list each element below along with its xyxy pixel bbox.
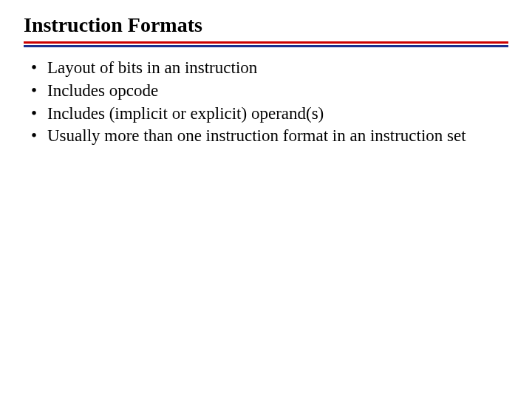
list-item-text: Usually more than one instruction format…: [47, 126, 508, 147]
bullet-icon: •: [30, 103, 47, 125]
list-item: • Layout of bits in an instruction: [30, 58, 508, 79]
list-item-text: Includes (implicit or explicit) operand(…: [47, 103, 508, 125]
bullet-icon: •: [30, 58, 47, 79]
list-item-text: Layout of bits in an instruction: [47, 58, 508, 79]
list-item: • Includes (implicit or explicit) operan…: [30, 103, 508, 125]
list-item-text: Includes opcode: [47, 81, 508, 102]
divider-blue-line: [24, 45, 508, 47]
bullet-icon: •: [30, 81, 47, 102]
list-item: • Usually more than one instruction form…: [30, 126, 508, 147]
title-divider: [24, 41, 508, 47]
bullet-list: • Layout of bits in an instruction • Inc…: [24, 58, 508, 147]
list-item: • Includes opcode: [30, 81, 508, 102]
page-title: Instruction Formats: [24, 13, 508, 37]
bullet-icon: •: [30, 126, 47, 147]
